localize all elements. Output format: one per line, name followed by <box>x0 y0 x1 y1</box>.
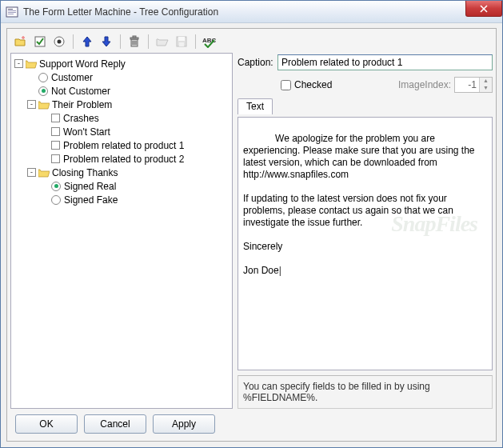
tree-node-closing-thanks[interactable]: - Closing Thanks <box>13 166 230 179</box>
radio-selected-icon <box>38 86 48 96</box>
image-index-spinner[interactable]: ▲ ▼ <box>454 77 493 93</box>
toolbar-sep-2 <box>120 34 121 49</box>
arrow-up-icon <box>81 35 94 48</box>
tree-node-signed-fake[interactable]: Signed Fake <box>13 193 230 206</box>
spellcheck-button[interactable]: ABC <box>201 33 218 50</box>
checkbox-empty-icon <box>51 127 60 136</box>
window-title: The Form Letter Machine - Tree Configura… <box>23 6 218 18</box>
checkbox-empty-icon <box>51 114 60 122</box>
tree-node-label: Problem related to product 2 <box>63 154 184 165</box>
dialog-button-row: OK Cancel Apply <box>10 409 493 436</box>
tree-node-not-customer[interactable]: Not Customer <box>13 84 230 98</box>
spin-down-button[interactable]: ▼ <box>480 85 492 92</box>
tree-node-label: Won't Start <box>63 126 110 138</box>
radio-unselected-icon <box>51 195 61 205</box>
content-inner: ABC - Support Word Reply <box>6 28 497 442</box>
checked-checkbox[interactable] <box>281 80 291 90</box>
svg-rect-1 <box>8 9 13 10</box>
tree-node-customer[interactable]: Customer <box>13 70 230 84</box>
expander-icon[interactable]: - <box>14 59 23 68</box>
tree-node-label: Customer <box>51 72 93 83</box>
checked-label[interactable]: Checked <box>294 79 332 90</box>
move-up-button[interactable] <box>78 33 96 50</box>
expander-icon[interactable]: - <box>27 100 36 109</box>
new-folder-button[interactable] <box>12 33 30 50</box>
svg-rect-15 <box>178 37 185 41</box>
tree-node-label: Closing Thanks <box>52 167 118 178</box>
tab-strip: Text <box>238 98 493 114</box>
titlebar[interactable]: The Form Letter Machine - Tree Configura… <box>1 1 502 23</box>
checkbox-empty-icon <box>51 141 60 150</box>
new-folder-icon <box>14 35 27 48</box>
folder-open-icon <box>38 168 50 178</box>
svg-rect-3 <box>8 12 16 13</box>
svg-rect-4 <box>8 14 14 14</box>
apply-button[interactable]: Apply <box>153 414 215 434</box>
ok-button[interactable]: OK <box>15 414 78 434</box>
folder-open-icon <box>38 100 50 110</box>
spin-up-button[interactable]: ▲ <box>480 78 492 85</box>
hint-text: You can specify fields to be filled in b… <box>238 375 493 409</box>
expander-icon[interactable]: - <box>27 168 36 177</box>
text-content: We apologize for the problem you are exp… <box>243 133 477 276</box>
new-check-button[interactable] <box>31 33 49 50</box>
svg-rect-16 <box>179 42 184 46</box>
spellcheck-icon: ABC <box>202 35 217 48</box>
tree-node-label: Signed Fake <box>64 194 118 206</box>
open-button[interactable] <box>154 33 171 50</box>
tab-text[interactable]: Text <box>238 98 273 114</box>
checkbox-empty-icon <box>51 154 60 163</box>
tree-panel[interactable]: - Support Word Reply Customer <box>10 53 233 409</box>
toolbar-sep-4 <box>195 34 196 49</box>
disk-icon <box>175 35 188 48</box>
tree-node-product-2[interactable]: Problem related to product 2 <box>13 152 230 166</box>
arrow-down-icon <box>100 35 113 48</box>
tree-node-label: Crashes <box>63 113 99 124</box>
new-radio-button[interactable] <box>50 33 68 50</box>
tree-node-label: Not Customer <box>51 86 110 97</box>
delete-button[interactable] <box>126 33 143 50</box>
radio-unselected-icon <box>38 73 48 82</box>
svg-point-7 <box>58 40 62 44</box>
window-frame: The Form Letter Machine - Tree Configura… <box>0 0 503 448</box>
toolbar-sep-1 <box>73 34 74 49</box>
move-down-button[interactable] <box>98 33 115 50</box>
tree-node-wont-start[interactable]: Won't Start <box>13 125 230 138</box>
text-editor[interactable]: We apologize for the problem you are exp… <box>238 117 493 370</box>
close-button[interactable] <box>465 1 502 17</box>
tree-node-label: Their Problem <box>52 99 112 110</box>
radio-icon <box>53 35 66 48</box>
tree-node-label: Signed Real <box>64 181 116 192</box>
checked-row: Checked ImageIndex: ▲ ▼ <box>238 75 493 94</box>
tree-node-signed-real[interactable]: Signed Real <box>13 179 230 193</box>
trash-icon <box>128 35 141 48</box>
toolbar-sep-3 <box>148 34 149 49</box>
folder-open-icon <box>26 59 37 69</box>
checkbox-icon <box>34 35 46 48</box>
svg-rect-2 <box>8 10 16 11</box>
caption-row: Caption: <box>238 53 493 72</box>
app-icon <box>6 6 18 18</box>
caption-label: Caption: <box>238 57 274 68</box>
toolbar: ABC <box>10 32 493 53</box>
image-index-input[interactable] <box>455 78 479 92</box>
detail-panel: Caption: Checked ImageIndex: ▲ ▼ <box>238 53 493 409</box>
tree-node-label: Support Word Reply <box>39 58 126 70</box>
tree-node-label: Problem related to product 1 <box>63 140 184 151</box>
svg-rect-10 <box>133 36 136 38</box>
tree-node-their-problem[interactable]: - Their Problem <box>13 98 230 111</box>
image-index-label: ImageIndex: <box>398 79 451 90</box>
cancel-button[interactable]: Cancel <box>84 414 146 434</box>
tree-node-root[interactable]: - Support Word Reply <box>13 57 230 70</box>
save-button[interactable] <box>173 33 190 50</box>
main-split: - Support Word Reply Customer <box>10 53 493 409</box>
tree-node-crashes[interactable]: Crashes <box>13 111 230 125</box>
close-icon <box>480 5 488 13</box>
open-folder-icon <box>156 35 169 48</box>
radio-selected-icon <box>51 182 61 191</box>
caption-input[interactable] <box>277 54 493 70</box>
content-outer: ABC - Support Word Reply <box>1 23 502 447</box>
tree-node-product-1[interactable]: Problem related to product 1 <box>13 138 230 152</box>
